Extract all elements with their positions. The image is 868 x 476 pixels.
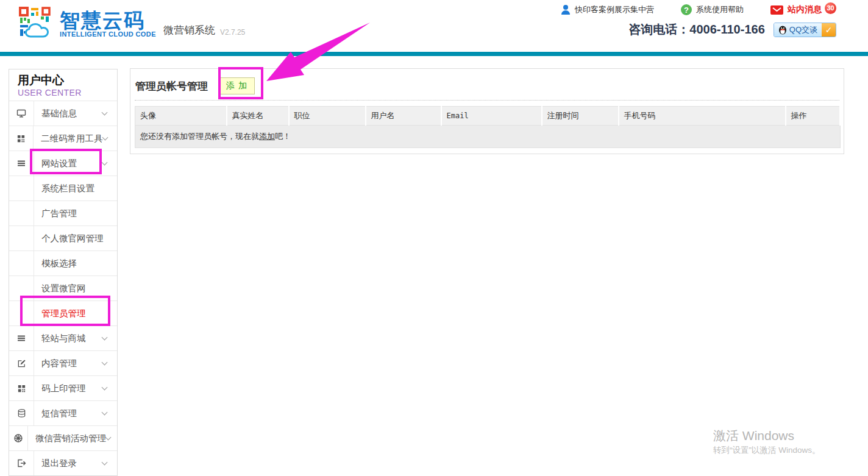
chevron-down-icon — [102, 451, 117, 475]
help-icon: ? — [681, 4, 692, 15]
sidebar-subitem-system-columns[interactable]: 系统栏目设置 — [9, 176, 117, 201]
sidebar-item-content-management[interactable]: 内容管理 — [9, 350, 117, 375]
col-phone: 手机号码 — [619, 107, 786, 126]
submenu-indent — [9, 226, 34, 250]
cloud-qr-logo-icon — [19, 6, 58, 39]
chevron-down-icon — [102, 376, 117, 400]
sidebar-item-light-site-mall[interactable]: 轻站与商城 — [9, 325, 117, 350]
chevron-down-icon — [102, 326, 117, 350]
sidebar-item-label: 二维码常用工具 — [34, 126, 103, 151]
windows-activation-watermark-title: 激活 Windows — [713, 427, 794, 444]
database-icon — [9, 401, 34, 425]
sidebar-subitem-label-active: 管理员管理 — [34, 301, 117, 325]
col-avatar: 头像 — [135, 107, 227, 126]
qq-penguin-icon — [778, 25, 787, 35]
chevron-down-icon — [102, 151, 117, 176]
sidebar-subitem-admin-management[interactable]: 管理员管理 — [9, 300, 117, 325]
col-username: 用户名 — [366, 107, 441, 126]
submenu-indent — [9, 276, 34, 300]
chevron-down-icon — [102, 401, 117, 425]
sidebar-item-qrcode-tools[interactable]: 二维码常用工具 — [9, 126, 117, 151]
sidebar-subtitle: USER CENTER — [18, 88, 117, 98]
windows-activation-watermark-subtitle: 转到“设置”以激活 Windows。 — [713, 445, 820, 456]
sidebar-item-logout[interactable]: 退出登录 — [9, 450, 117, 475]
system-help-link[interactable]: ? 系统使用帮助 — [681, 4, 744, 15]
qq-verified-icon: ✓ — [822, 23, 836, 37]
qq-chat-label: QQ交谈 — [789, 24, 817, 35]
panel-header: 管理员帐号管理 添 加 — [130, 69, 844, 96]
site-messages-link[interactable]: 站内消息 30 — [770, 4, 836, 15]
monitor-icon — [9, 101, 34, 126]
submenu-indent — [9, 301, 34, 325]
sidebar-item-site-settings[interactable]: 网站设置 — [9, 151, 117, 176]
sidebar-subitem-personal-microsite[interactable]: 个人微官网管理 — [9, 226, 117, 250]
sidebar-item-label: 退出登录 — [34, 451, 102, 475]
phone-row: 咨询电话： 4006-110-166 QQ交谈 ✓ — [628, 21, 836, 38]
col-register-time: 注册时间 — [542, 107, 619, 126]
sidebar-header: 用户中心 USER CENTER — [9, 69, 117, 101]
sidebar-item-basic-info[interactable]: 基础信息 — [9, 101, 117, 126]
sidebar-subitem-setup-microsite[interactable]: 设置微官网 — [9, 275, 117, 300]
qq-chat-button[interactable]: QQ交谈 ✓ — [774, 23, 836, 37]
sidebar-subitem-label: 系统栏目设置 — [34, 176, 117, 201]
sidebar-item-print-code-management[interactable]: 码上印管理 — [9, 375, 117, 400]
empty-add-link[interactable]: 添加 — [259, 132, 275, 141]
chevron-down-icon — [106, 426, 117, 450]
menu-lines-icon — [9, 151, 34, 176]
dotted-divider — [135, 100, 839, 101]
sidebar-item-label: 网站设置 — [34, 151, 102, 176]
sidebar-item-label: 码上印管理 — [34, 376, 102, 400]
product-name: 微营销系统 — [163, 23, 215, 39]
admin-account-panel: 管理员帐号管理 添 加 头像 真实姓名 职位 用户名 Email 注册时间 手机… — [130, 68, 844, 154]
header-links-row: 快印客案例展示集中营 ? 系统使用帮助 站内消息 30 — [534, 4, 836, 15]
sidebar-item-wechat-activity-management[interactable]: 微信营销活动管理 — [9, 425, 117, 450]
brand-subtitle: INTELLIGENT CLOUD CODE — [60, 30, 156, 38]
menu-lines-icon — [9, 326, 34, 350]
sidebar: 用户中心 USER CENTER 基础信息 二维码常用工具 网站设置 系统栏目设… — [9, 69, 118, 476]
qrcode-icon — [9, 126, 34, 151]
sidebar-item-label: 内容管理 — [34, 351, 102, 375]
sidebar-subitem-ad-management[interactable]: 广告管理 — [9, 201, 117, 226]
system-help-label: 系统使用帮助 — [696, 4, 744, 15]
case-showcase-label: 快印客案例展示集中营 — [575, 4, 654, 15]
product-version: V2.7.25 — [220, 28, 245, 39]
col-actions: 操作 — [786, 107, 841, 126]
submenu-indent — [9, 251, 34, 275]
brand-title: 智慧云码 — [60, 11, 156, 30]
col-email: Email — [441, 107, 542, 126]
brand-text: 智慧云码 INTELLIGENT CLOUD CODE — [60, 11, 156, 39]
header-right: 快印客案例展示集中营 ? 系统使用帮助 站内消息 30 咨询电话： 4006-1… — [534, 4, 836, 38]
sidebar-item-label: 基础信息 — [34, 101, 102, 126]
empty-message-prefix: 您还没有添加管理员帐号，现在就 — [140, 132, 259, 141]
sidebar-subitem-label: 广告管理 — [34, 201, 117, 226]
sidebar-subitem-label: 个人微官网管理 — [34, 226, 117, 250]
table-header-row: 头像 真实姓名 职位 用户名 Email 注册时间 手机号码 操作 — [135, 107, 841, 126]
logout-icon — [9, 451, 34, 475]
col-real-name: 真实姓名 — [227, 107, 289, 126]
sidebar-item-label: 微信营销活动管理 — [28, 426, 106, 450]
qrcode-icon — [9, 376, 34, 400]
brand-logo: 智慧云码 INTELLIGENT CLOUD CODE 微营销系统 V2.7.2… — [19, 6, 245, 39]
submenu-indent — [9, 201, 34, 226]
phone-number: 4006-110-166 — [689, 23, 764, 37]
page-title: 管理员帐号管理 — [135, 79, 208, 93]
user-icon — [561, 4, 571, 15]
edit-icon — [9, 351, 34, 375]
chevron-down-icon — [102, 101, 117, 126]
chevron-down-icon — [102, 351, 117, 375]
sidebar-item-sms-management[interactable]: 短信管理 — [9, 400, 117, 425]
admin-table: 头像 真实姓名 职位 用户名 Email 注册时间 手机号码 操作 您还没有添加… — [135, 106, 841, 148]
sidebar-item-label: 轻站与商城 — [34, 326, 102, 350]
case-showcase-link[interactable]: 快印客案例展示集中营 — [561, 4, 654, 15]
empty-message-suffix: 吧！ — [275, 132, 291, 141]
sidebar-title: 用户中心 — [18, 74, 117, 88]
accent-divider-bar — [0, 52, 868, 56]
site-messages-label: 站内消息 — [788, 4, 822, 15]
add-admin-button[interactable]: 添 加 — [219, 77, 255, 94]
messages-count-badge: 30 — [825, 2, 836, 14]
col-position: 职位 — [289, 107, 366, 126]
sidebar-subitem-label: 设置微官网 — [34, 276, 117, 300]
globe-icon — [9, 426, 28, 450]
sidebar-item-label: 短信管理 — [34, 401, 102, 425]
sidebar-subitem-template-select[interactable]: 模板选择 — [9, 250, 117, 275]
